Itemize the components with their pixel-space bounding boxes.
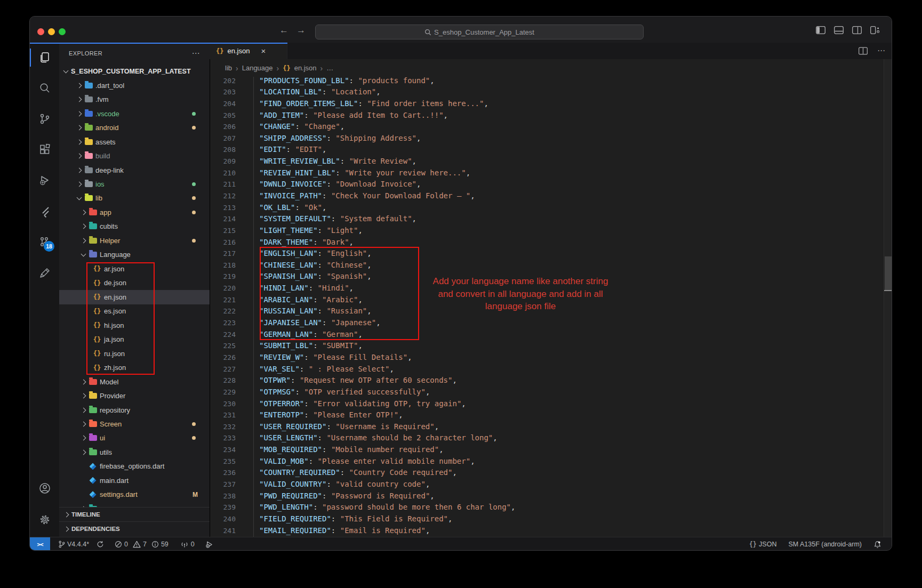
line-number[interactable]: 233	[210, 432, 236, 444]
search-view-icon[interactable]	[38, 82, 51, 94]
split-editor-icon[interactable]	[859, 47, 868, 55]
navigate-forward-icon[interactable]: →	[296, 26, 306, 35]
code-line-203[interactable]: 203"LOCATION_LBL": "Location",	[210, 86, 884, 98]
code-line-210[interactable]: 210"REVIEW_HINT_LBL": "Write your review…	[210, 167, 884, 179]
code-line-211[interactable]: 211"DWNLD_INVOICE": "Download Invoice",	[210, 178, 884, 190]
code-line-206[interactable]: 206"CHANGE": "Change",	[210, 120, 884, 132]
code-line-207[interactable]: 207"SHIPP_ADDRESS": "Shipping Address",	[210, 132, 884, 144]
tree-item-deep-link[interactable]: deep-link	[59, 163, 210, 177]
line-number[interactable]: 228	[210, 375, 236, 386]
close-window-button[interactable]	[37, 28, 44, 35]
tree-item-utils[interactable]: utils	[59, 445, 210, 459]
code-line-208[interactable]: 208"EDIT": "EDIT",	[210, 143, 884, 155]
target-device-item[interactable]: SM A135F (android-arm)	[784, 537, 865, 551]
editor-more-actions-icon[interactable]: ⋯	[877, 46, 885, 55]
line-number[interactable]: 217	[210, 248, 236, 260]
tree-item-cubits[interactable]: cubits	[59, 220, 210, 233]
code-line-238[interactable]: 238"PWD_REQUIRED": "Password is Required…	[210, 490, 884, 502]
code-line-204[interactable]: 204"FIND_ORDER_ITEMS_LBL": "Find order i…	[210, 98, 884, 109]
extensions-icon[interactable]	[38, 143, 51, 156]
minimize-window-button[interactable]	[48, 28, 55, 35]
code-line-237[interactable]: 237"VALID_COUNTRY": "valid country code"…	[210, 478, 884, 490]
scrollbar-thumb[interactable]	[885, 256, 892, 290]
close-tab-icon[interactable]: ×	[261, 46, 266, 55]
code-line-212[interactable]: 212"INVOICE_PATH": "Check Your Download …	[210, 190, 884, 202]
code-line-227[interactable]: 227"VAR_SEL": " : Please Select",	[210, 363, 884, 375]
editor-scrollbar[interactable]	[884, 59, 892, 537]
line-number[interactable]: 214	[210, 213, 236, 225]
line-number[interactable]: 210	[210, 167, 236, 179]
line-number[interactable]: 236	[210, 467, 236, 479]
line-number[interactable]: 227	[210, 364, 236, 375]
code-line-205[interactable]: 205"ADD_ITEM": "Please add Item to Cart.…	[210, 109, 884, 121]
breadcrumb-file[interactable]: en.json	[294, 64, 317, 72]
tree-item-lib[interactable]: lib	[59, 191, 210, 205]
settings-gear-icon[interactable]	[38, 513, 51, 526]
line-number[interactable]: 230	[210, 398, 236, 410]
accounts-icon[interactable]	[38, 482, 51, 495]
navigate-back-icon[interactable]: ←	[279, 26, 288, 35]
line-number[interactable]: 205	[210, 110, 236, 122]
explorer-more-actions-icon[interactable]: ⋯	[192, 49, 200, 58]
code-line-214[interactable]: 214"SYSTEM_DEFAULT": "System default",	[210, 213, 884, 224]
flutter-icon[interactable]	[38, 206, 51, 219]
tree-item-Screen[interactable]: Screen	[59, 417, 210, 431]
line-number[interactable]: 223	[210, 317, 236, 329]
source-control-icon[interactable]	[38, 112, 51, 125]
code-line-235[interactable]: 235"VALID_MOB": "Please enter valid mobi…	[210, 455, 884, 467]
problems-item[interactable]: 0 7 59	[111, 537, 172, 551]
code-line-230[interactable]: 230"OTPERROR": "Error validating OTP, tr…	[210, 398, 884, 409]
code-line-232[interactable]: 232"USER_REQUIRED": "Username is Require…	[210, 421, 884, 432]
tree-item-.fvm[interactable]: .fvm	[59, 92, 210, 106]
line-number[interactable]: 237	[210, 479, 236, 490]
line-number[interactable]: 213	[210, 202, 236, 214]
code-line-233[interactable]: 233"USER_LENGTH": "Username should be 2 …	[210, 432, 884, 444]
line-number[interactable]: 222	[210, 305, 236, 317]
tree-item-.dart_tool[interactable]: .dart_tool	[59, 78, 210, 92]
dependencies-section-header[interactable]: DEPENDENCIES	[59, 521, 210, 536]
line-number[interactable]: 216	[210, 237, 236, 248]
code-line-231[interactable]: 231"ENTEROTP": "Please Enter OTP!",	[210, 409, 884, 421]
debug-console-item[interactable]	[202, 537, 217, 551]
tree-item-assets[interactable]: assets	[59, 135, 210, 149]
line-number[interactable]: 208	[210, 144, 236, 156]
code-line-239[interactable]: 239"PWD_LENGTH": "password should be mor…	[210, 501, 884, 513]
code-line-241[interactable]: 241"EMAIL_REQUIRED": "Email is Required"…	[210, 525, 884, 536]
zoom-window-button[interactable]	[59, 28, 66, 35]
code-line-240[interactable]: 240"FIELD_REQUIRED": "This Field is Requ…	[210, 513, 884, 525]
line-number[interactable]: 226	[210, 352, 236, 364]
tree-item-Helper[interactable]: Helper	[59, 233, 210, 247]
line-number[interactable]: 211	[210, 179, 236, 190]
edit-pencil-icon[interactable]	[38, 267, 51, 279]
line-number[interactable]: 209	[210, 156, 236, 167]
tree-item-clipped[interactable]	[59, 502, 210, 507]
tree-item-ios[interactable]: ios	[59, 177, 210, 191]
tree-item-app[interactable]: app	[59, 205, 210, 219]
line-number[interactable]: 207	[210, 133, 236, 144]
tree-item-settings.dart[interactable]: settings.dartM	[59, 488, 210, 502]
code-line-216[interactable]: 216"DARK_THEME": "Dark",	[210, 236, 884, 248]
code-line-225[interactable]: 225"SUBMIT_LBL": "SUBMIT",	[210, 340, 884, 351]
line-number[interactable]: 212	[210, 190, 236, 202]
line-number[interactable]: 240	[210, 513, 236, 525]
line-number[interactable]: 235	[210, 456, 236, 468]
code-line-215[interactable]: 215"LIGHT_THEME": "Light",	[210, 224, 884, 236]
line-number[interactable]: 231	[210, 409, 236, 421]
toggle-primary-sidebar-icon[interactable]	[816, 26, 825, 34]
sync-button[interactable]	[93, 537, 108, 551]
flutter-version-item[interactable]: V4.4.4*	[54, 537, 93, 551]
line-number[interactable]: 219	[210, 271, 236, 283]
code-line-234[interactable]: 234"MOB_REQUIRED": "Mobile number requir…	[210, 444, 884, 455]
language-mode-item[interactable]: {} JSON	[745, 537, 781, 551]
tree-item-main.dart[interactable]: main.dart	[59, 473, 210, 487]
tree-item-repository[interactable]: repository	[59, 403, 210, 417]
tree-item-Model[interactable]: Model	[59, 375, 210, 389]
line-number[interactable]: 221	[210, 294, 236, 306]
line-number[interactable]: 215	[210, 225, 236, 237]
command-center-search[interactable]: S_eshop_Customer_App_Latest	[315, 25, 644, 39]
timeline-section-header[interactable]: TIMELINE	[59, 507, 210, 521]
run-debug-icon[interactable]	[38, 174, 51, 187]
notifications-item[interactable]	[870, 537, 885, 551]
line-number[interactable]: 224	[210, 329, 236, 341]
line-number[interactable]: 232	[210, 421, 236, 433]
